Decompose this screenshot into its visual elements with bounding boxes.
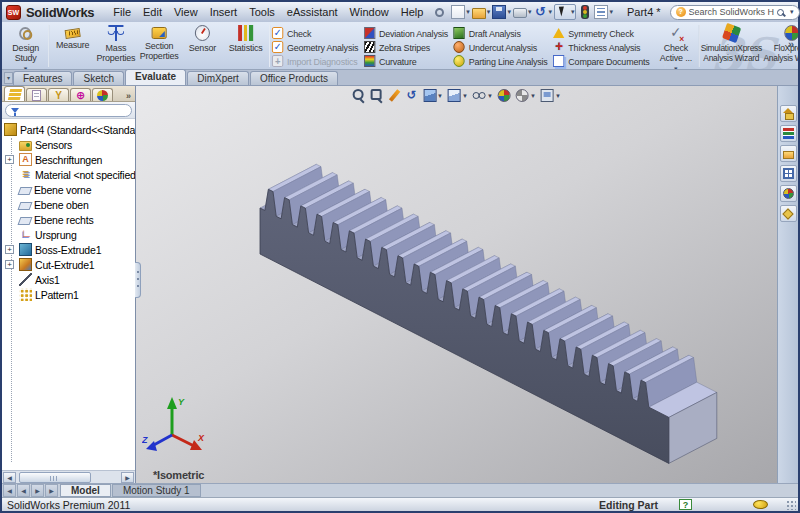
check-button[interactable]: Check [272, 26, 364, 40]
appearances-button[interactable] [780, 185, 797, 202]
check-active-button[interactable]: Check Active ... ▼ [655, 23, 696, 69]
display-style-button[interactable]: ▼ [448, 89, 468, 102]
compare-documents-button[interactable]: Compare Documents [553, 54, 655, 68]
dropdown-caret-icon[interactable]: ▾ [528, 8, 532, 16]
displaymanager-tab[interactable] [92, 88, 113, 101]
new-document-button[interactable]: ▾ [451, 5, 470, 19]
quick-tips-toggle-icon[interactable] [753, 500, 768, 509]
section-properties-button[interactable]: Section Properties [138, 23, 181, 69]
help-search-box[interactable]: ? Search SolidWorks Help ▾ [670, 5, 800, 20]
menu-file[interactable]: File [107, 4, 137, 20]
dropdown-caret-icon[interactable]: ▾ [609, 8, 613, 16]
menu-view[interactable]: View [168, 4, 204, 20]
dropdown-caret-icon[interactable]: ▾ [466, 8, 470, 16]
resize-grip[interactable] [786, 500, 796, 510]
ribbon-overflow-button[interactable]: » [788, 38, 794, 50]
expand-icon[interactable]: + [5, 260, 14, 269]
dropdown-caret-icon[interactable]: ▼ [487, 93, 493, 99]
dropdown-caret-icon[interactable]: ▼ [555, 93, 561, 99]
tree-item-lpattern1[interactable]: LPattern1 [2, 287, 135, 302]
dropdown-caret-icon[interactable]: ▾ [548, 8, 552, 16]
custom-properties-button[interactable] [780, 205, 797, 222]
rebuild-button[interactable] [578, 5, 592, 19]
mass-properties-button[interactable]: Mass Properties [94, 23, 137, 69]
expand-icon[interactable]: + [5, 245, 14, 254]
dropdown-caret-icon[interactable]: ▾ [487, 8, 491, 16]
tree-filter-input[interactable] [5, 104, 132, 117]
deviation-analysis-button[interactable]: Deviation Analysis [364, 26, 454, 40]
gear-rack-model[interactable] [136, 86, 777, 483]
tree-item-axis1[interactable]: Axis1 [2, 272, 135, 287]
tab-evaluate[interactable]: Evaluate [125, 69, 186, 85]
design-library-button[interactable] [780, 125, 797, 142]
dropdown-caret-icon[interactable]: ▼ [437, 93, 443, 99]
print-button[interactable]: ▾ [513, 6, 532, 18]
tree-item-sensors[interactable]: Sensors [2, 137, 135, 152]
tab-nav-prev-button[interactable]: ◀ [17, 484, 30, 497]
tree-root-item[interactable]: Part4 (Standard<<Standard>_ [2, 122, 135, 137]
panel-tabs-overflow-button[interactable]: » [126, 91, 131, 101]
menu-tools[interactable]: Tools [243, 4, 281, 20]
tree-item-cut-extrude1[interactable]: +Cut-Extrude1 [2, 257, 135, 272]
geometry-analysis-button[interactable]: Geometry Analysis [272, 40, 364, 54]
dropdown-caret-icon[interactable]: ▾ [507, 8, 511, 16]
zebra-stripes-button[interactable]: Zebra Stripes [364, 40, 454, 54]
design-study-button[interactable]: Design Study ▼ [5, 23, 46, 69]
quick-tips-help-icon[interactable]: ? [679, 499, 692, 510]
parting-line-analysis-button[interactable]: Parting Line Analysis [454, 54, 554, 68]
commandmanager-collapse-button[interactable]: ▾ [4, 72, 13, 84]
panel-splitter-handle[interactable] [135, 262, 141, 298]
section-view-button[interactable] [388, 89, 400, 102]
tab-nav-next-button[interactable]: ▶ [31, 484, 44, 497]
menu-insert[interactable]: Insert [204, 4, 244, 20]
zoom-to-area-button[interactable] [370, 89, 383, 102]
tab-nav-first-button[interactable]: ◀ [3, 484, 16, 497]
tab-dimxpert[interactable]: DimXpert [187, 71, 249, 85]
tab-sketch[interactable]: Sketch [73, 71, 124, 85]
undo-button[interactable]: ▾ [533, 5, 552, 19]
propertymanager-tab[interactable] [26, 88, 47, 101]
view-palette-button[interactable] [780, 165, 797, 182]
statistics-button[interactable]: Statistics [224, 23, 267, 69]
tab-motion-study-1[interactable]: Motion Study 1 [112, 484, 201, 497]
apply-scene-button[interactable]: ▼ [516, 89, 536, 102]
symmetry-check-button[interactable]: Symmetry Check [553, 26, 655, 40]
tab-features[interactable]: Features [13, 71, 72, 85]
graphics-viewport[interactable]: ▼▼▼▼▼ Y X Z *Isometric [136, 86, 777, 483]
tree-item-material-not-specified[interactable]: Material <not specified> [2, 167, 135, 182]
tree-item-ebene-rechts[interactable]: Ebene rechts [2, 212, 135, 227]
expand-icon[interactable]: + [5, 155, 14, 164]
zoom-to-fit-button[interactable] [352, 89, 365, 102]
tab-office-products[interactable]: Office Products [250, 71, 338, 85]
options-button[interactable]: ▾ [594, 5, 613, 19]
sensor-button[interactable]: Sensor [181, 23, 224, 69]
scroll-right-button[interactable]: ▶ [121, 472, 134, 483]
tree-horizontal-scrollbar[interactable]: ◀ ▶ [2, 470, 135, 483]
featuremanager-tab[interactable] [4, 86, 25, 101]
search-icon[interactable] [777, 9, 784, 16]
search-caret-icon[interactable]: ▾ [790, 8, 794, 16]
menu-window[interactable]: Window [344, 4, 395, 20]
menu-edit[interactable]: Edit [137, 4, 168, 20]
tab-model[interactable]: Model [60, 484, 111, 497]
open-button[interactable]: ▾ [472, 6, 491, 19]
curvature-button[interactable]: Curvature [364, 54, 454, 68]
draft-analysis-button[interactable]: Draft Analysis [454, 26, 554, 40]
tree-item-ursprung[interactable]: Ursprung [2, 227, 135, 242]
dropdown-caret-icon[interactable]: ▼ [462, 93, 468, 99]
hide-show-items-button[interactable]: ▼ [473, 89, 493, 102]
dimxpertmanager-tab[interactable] [70, 88, 91, 101]
menu-help[interactable]: Help [395, 4, 430, 20]
pushpin-icon[interactable] [435, 8, 444, 17]
thickness-analysis-button[interactable]: Thickness Analysis [553, 40, 655, 54]
tree-item-ebene-oben[interactable]: Ebene oben [2, 197, 135, 212]
tree-item-beschriftungen[interactable]: +Beschriftungen [2, 152, 135, 167]
tree-item-ebene-vorne[interactable]: Ebene vorne [2, 182, 135, 197]
undercut-analysis-button[interactable]: Undercut Analysis [454, 40, 554, 54]
edit-appearance-button[interactable] [498, 89, 511, 102]
configurationmanager-tab[interactable] [48, 88, 69, 101]
dropdown-caret-icon[interactable]: ▾ [571, 8, 575, 16]
solidworks-resources-button[interactable] [780, 105, 797, 122]
view-settings-button[interactable]: ▼ [541, 89, 561, 102]
select-button[interactable]: ▾ [554, 4, 577, 20]
